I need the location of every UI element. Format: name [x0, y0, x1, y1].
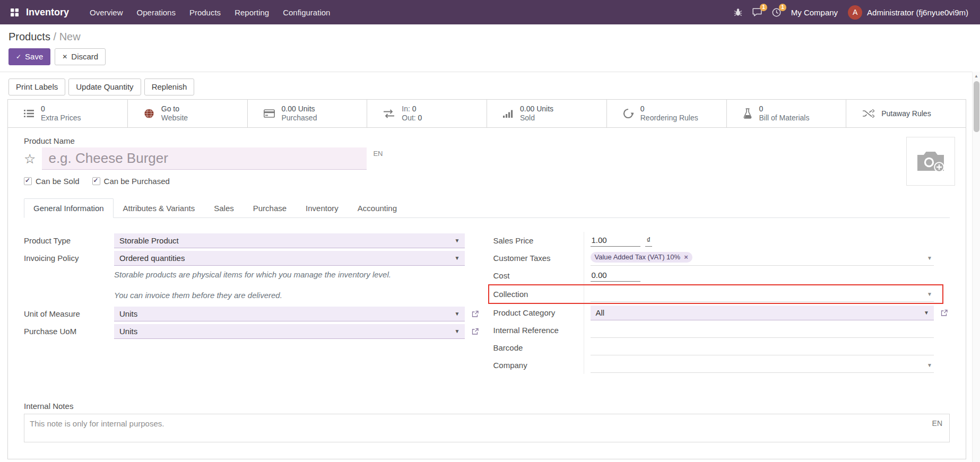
company-field[interactable]: ▼: [591, 358, 934, 373]
messages-icon[interactable]: 1: [752, 8, 762, 16]
stat-label: Putaway Rules: [881, 109, 931, 118]
tab-general-information[interactable]: General Information: [24, 198, 114, 218]
stat-button-purchased[interactable]: 0.00 Units Purchased: [248, 100, 368, 127]
tab-accounting[interactable]: Accounting: [348, 198, 406, 218]
collection-field[interactable]: ▼: [591, 287, 934, 302]
tax-tag: Value Added Tax (VAT) 10% ×: [591, 252, 692, 263]
invoicing-policy-select[interactable]: Ordered quantities ▼: [114, 251, 465, 266]
stat-button-bill-of-materials[interactable]: 0 Bill of Materials: [727, 100, 847, 127]
product-type-label: Product Type: [24, 236, 114, 245]
purchase-uom-field[interactable]: Units ▼: [114, 324, 465, 339]
invoicing-policy-label: Invoicing Policy: [24, 254, 114, 263]
chevron-down-icon: ▼: [924, 310, 929, 316]
sale-purchase-checkboxes: Can be Sold Can be Purchased: [24, 177, 950, 186]
apps-menu-icon[interactable]: [11, 8, 19, 16]
app-name[interactable]: Inventory: [26, 7, 69, 18]
internal-notes-input[interactable]: [24, 414, 949, 442]
stat-value: 0: [41, 104, 81, 114]
customer-taxes-row: Customer Taxes Value Added Tax (VAT) 10%…: [493, 249, 950, 267]
tab-inventory[interactable]: Inventory: [296, 198, 348, 218]
chevron-down-icon: ▼: [455, 311, 460, 317]
tab-purchase[interactable]: Purchase: [244, 198, 296, 218]
external-link-icon[interactable]: [472, 310, 479, 317]
save-button[interactable]: ✓ Save: [8, 48, 50, 65]
collection-row-highlighted: Collection ▼: [488, 284, 944, 304]
stat-value: 0.00 Units: [282, 104, 317, 114]
remove-tag-icon[interactable]: ×: [684, 254, 688, 260]
scrollbar-thumb[interactable]: [974, 81, 979, 132]
chevron-down-icon: ▼: [455, 238, 460, 243]
sales-price-label: Sales Price: [493, 236, 584, 245]
customer-taxes-field[interactable]: Value Added Tax (VAT) 10% × ▼: [591, 251, 934, 266]
replenish-button[interactable]: Replenish: [144, 79, 195, 95]
sales-price-input[interactable]: [591, 234, 640, 247]
menu-item-overview[interactable]: Overview: [83, 1, 130, 24]
scroll-up-arrow-icon[interactable]: ▲: [973, 72, 980, 80]
stat-button-putaway-rules[interactable]: Putaway Rules: [846, 100, 966, 127]
menu-item-reporting[interactable]: Reporting: [228, 1, 276, 24]
internal-notes-section: Internal Notes EN: [24, 402, 950, 442]
menu-item-operations[interactable]: Operations: [130, 1, 183, 24]
tab-attributes-variants[interactable]: Attributes & Variants: [114, 198, 205, 218]
update-quantity-button[interactable]: Update Quantity: [68, 79, 141, 95]
translation-badge[interactable]: EN: [932, 419, 942, 428]
activities-clock-icon[interactable]: 1: [772, 8, 781, 17]
barcode-input[interactable]: [591, 341, 934, 355]
favorite-star-icon[interactable]: ☆: [24, 152, 36, 165]
product-category-label: Product Category: [493, 308, 584, 317]
stat-out-label: Out:: [402, 114, 415, 122]
can-be-sold-checkbox[interactable]: Can be Sold: [24, 177, 80, 186]
stat-button-row: 0 Extra Prices Go to Website 0.00 Units …: [8, 100, 966, 128]
notebook-tabs: General Information Attributes & Variant…: [24, 198, 950, 218]
product-category-field[interactable]: All ▼: [591, 306, 934, 320]
signal-icon: [503, 110, 513, 118]
tab-sales[interactable]: Sales: [204, 198, 244, 218]
activities-badge: 1: [779, 4, 786, 11]
breadcrumb-separator: /: [54, 31, 57, 42]
chevron-down-icon: ▼: [455, 328, 460, 334]
credit-card-icon: [264, 109, 275, 118]
user-menu[interactable]: A Administrator (fj6nyue0vi9m): [848, 5, 968, 20]
external-link-icon[interactable]: [472, 328, 479, 335]
checkbox-checked-icon: [92, 177, 100, 185]
internal-reference-row: Internal Reference: [493, 321, 950, 339]
product-type-help-text: Storable products are physical items for…: [114, 270, 481, 300]
breadcrumb-products-link[interactable]: Products: [8, 31, 50, 42]
translation-badge[interactable]: EN: [373, 150, 383, 158]
vertical-scrollbar[interactable]: ▲: [972, 72, 980, 462]
stat-button-transfers[interactable]: In: 0 Out: 0: [367, 100, 487, 127]
bug-icon[interactable]: [734, 8, 742, 16]
menu-item-configuration[interactable]: Configuration: [276, 1, 337, 24]
external-link-icon[interactable]: [941, 309, 948, 316]
print-labels-button[interactable]: Print Labels: [8, 79, 65, 95]
unit-of-measure-field[interactable]: Units ▼: [114, 307, 465, 321]
product-category-row: Product Category All ▼: [493, 304, 950, 321]
stat-button-sold[interactable]: 0.00 Units Sold: [487, 100, 607, 127]
stat-button-extra-prices[interactable]: 0 Extra Prices: [8, 100, 128, 127]
sales-price-row: Sales Price ₫: [493, 232, 950, 249]
product-image-upload[interactable]: [906, 137, 955, 186]
breadcrumb-current: New: [59, 31, 81, 42]
chevron-down-icon[interactable]: ▼: [927, 255, 932, 261]
stat-button-reordering-rules[interactable]: 0 Reordering Rules: [607, 100, 727, 127]
internal-reference-input[interactable]: [591, 323, 934, 338]
company-switcher[interactable]: My Company: [791, 8, 838, 17]
chevron-down-icon[interactable]: ▼: [927, 362, 932, 368]
cost-input[interactable]: [591, 269, 640, 282]
check-icon: ✓: [16, 54, 21, 60]
product-name-input[interactable]: [42, 147, 367, 170]
purchase-uom-label: Purchase UoM: [24, 327, 114, 336]
can-be-purchased-checkbox[interactable]: Can be Purchased: [92, 177, 170, 186]
breadcrumb: Products / New: [8, 30, 966, 43]
refresh-icon: [623, 108, 634, 119]
menu-item-products[interactable]: Products: [183, 1, 228, 24]
product-type-select[interactable]: Storable Product ▼: [114, 233, 465, 248]
stat-in-label: In:: [402, 104, 410, 113]
control-panel: Products / New ✓ Save ✕ Discard: [0, 24, 980, 72]
stat-in-value: 0: [412, 104, 417, 113]
stat-button-go-to-website[interactable]: Go to Website: [128, 100, 248, 127]
product-name-label: Product Name: [24, 136, 950, 145]
collection-label: Collection: [493, 290, 584, 299]
chevron-down-icon[interactable]: ▼: [927, 291, 932, 297]
discard-button[interactable]: ✕ Discard: [55, 48, 106, 65]
